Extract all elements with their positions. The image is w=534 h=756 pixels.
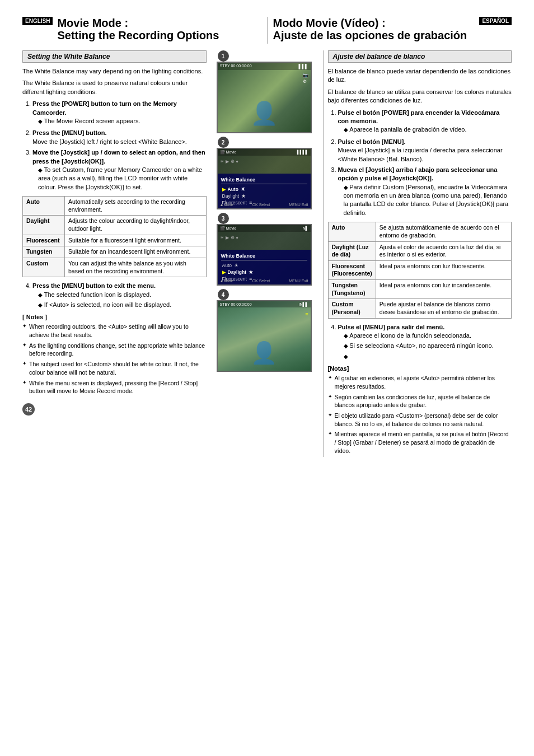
english-steps: Press the [POWER] button to turn on the … [22, 100, 207, 192]
spanish-step4-bullet3 [344, 352, 512, 361]
spanish-step1-bullet1: Aparece la pantalla de grabación de víde… [344, 125, 512, 134]
table-row: DaylightAdjusts the colour according to … [23, 216, 207, 235]
table-cell-label: Fluorescent (Fluorescente) [328, 260, 376, 279]
table-cell-label: Auto [23, 197, 65, 216]
screen-4-container: 4 STBY 00:00:00:00 IN▌▌ ≡ 👤 [217, 289, 317, 372]
camcorder-screen-1: STBY 00:00:00:00 ▌▌▌ 📷 ⚙ 👤 [217, 62, 312, 133]
spanish-step3-bullets: Para definir Custom (Personal), encuadre… [338, 183, 512, 218]
table-cell-label: Custom (Personal) [328, 299, 376, 318]
screen3-battery: N▌ [302, 226, 308, 231]
english-step1-text: Press the [POWER] button to turn on the … [32, 100, 177, 115]
english-table: AutoAutomatically sets according to the … [22, 196, 207, 277]
screen-2-container: 2 🎬 Movie ▌▌▌▌ ☀▶⚙♦ White Balance [217, 137, 317, 209]
table-cell-label: Tungsten (Tungsteno) [328, 280, 376, 299]
english-step4-list: Press the [MENU] button to exit the menu… [22, 282, 207, 309]
screen4-person: 👤 [251, 340, 277, 365]
screen-1-inner: STBY 00:00:00:00 ▌▌▌ 📷 ⚙ 👤 [218, 63, 311, 132]
screen-2-toolbar: ☀▶⚙♦ [220, 159, 238, 164]
english-step3-text: Move the [Joystick] up / down to select … [32, 149, 205, 164]
english-step-2: Press the [MENU] button. Move the [Joyst… [32, 129, 207, 146]
spanish-badge: ESPAÑOL [479, 17, 512, 25]
screen-3-top-icons: 🎬 Movie N▌ [218, 225, 311, 232]
english-step4-bullet1: The selected function icon is displayed. [38, 291, 207, 299]
list-item: Al grabar en exteriores, el ajuste <Auto… [328, 374, 512, 390]
header-left: ENGLISH Movie Mode : Setting the Recordi… [22, 17, 267, 44]
table-cell-desc: Ideal para entornos con luz incandescent… [376, 280, 511, 299]
screen4-battery: IN▌▌ [299, 302, 308, 306]
english-title-block: ENGLISH Movie Mode : Setting the Recordi… [22, 17, 261, 41]
table-row: TungstenSuitable for an incandescent lig… [23, 246, 207, 258]
table-cell-label: Fluorescent [23, 235, 65, 246]
spanish-step4-bullets: Aparece el icono de la función seleccion… [338, 332, 512, 361]
screen-4-inner: STBY 00:00:00:00 IN▌▌ ≡ 👤 [218, 301, 311, 371]
spanish-content: Ajuste del balance de blanco El balance … [323, 50, 512, 457]
english-title-line2: Setting the Recording Options [57, 29, 219, 41]
menu-item-auto: ▶Auto ☀ [221, 186, 307, 193]
spanish-step2-sub: Mueva el [Joystick] a la izquierda / der… [338, 147, 503, 162]
header-right: Modo Movie (Vídeo) : Ajuste de las opcio… [267, 17, 512, 44]
spanish-step-4: Pulse el [MENU] para salir del menú. Apa… [338, 323, 512, 361]
spanish-step4-bullet1: Aparece el icono de la función seleccion… [344, 332, 512, 340]
list-item: El objeto utilizado para <Custom> (perso… [328, 412, 512, 428]
table-row: AutoSe ajusta automáticamente de acuerdo… [328, 222, 512, 241]
table-row: Daylight (Luz de día)Ajusta el color de … [328, 241, 512, 260]
english-notes-list: When recording outdoors, the <Auto> sett… [22, 323, 207, 395]
spanish-notes-title: [Notas] [328, 365, 512, 372]
english-step1-bullets: The Movie Record screen appears. [32, 117, 207, 125]
screen-3-toolbar: ☀▶⚙♦ [220, 235, 238, 240]
screen2-label: 🎬 Movie [220, 150, 237, 155]
list-item: As the lighting conditions change, set t… [22, 342, 207, 358]
english-step2-text: Press the [MENU] button. [32, 129, 107, 136]
menu-item-auto2: Auto ☀ [221, 262, 307, 269]
screen-3-inner: 🎬 Movie N▌ ☀▶⚙♦ White Balance Auto ☀ ▶Da… [218, 225, 311, 284]
main-content: Setting the White Balance The White Bala… [22, 50, 512, 457]
spanish-options-table: AutoSe ajusta automáticamente de acuerdo… [328, 222, 512, 318]
list-item: The subject used for <Custom> should be … [22, 360, 207, 376]
table-cell-label: Custom [23, 258, 65, 277]
screenshots-column: 1 STBY 00:00:00:00 ▌▌▌ 📷 ⚙ 👤 [211, 50, 323, 457]
screen-2-menu-title: White Balance [221, 177, 307, 184]
camcorder-screen-3: 🎬 Movie N▌ ☀▶⚙♦ White Balance Auto ☀ ▶Da… [217, 224, 312, 286]
table-row: CustomYou can adjust the white balance a… [23, 258, 207, 277]
screen-2-badge: 2 [218, 137, 229, 148]
spanish-step2-text: Pulse el botón [MENU]. [338, 138, 406, 145]
table-cell-label: Daylight [23, 216, 65, 235]
table-cell-desc: Adjusts the colour according to daylight… [65, 216, 207, 235]
screen-1-icons: 📷 ⚙ [303, 73, 308, 84]
spanish-title-block: Modo Movie (Vídeo) : Ajuste de las opcio… [273, 17, 512, 41]
spanish-step-2: Pulse el botón [MENU]. Mueva el [Joystic… [338, 138, 512, 164]
english-step4-bullet2: If <Auto> is selected, no icon will be d… [38, 301, 207, 309]
list-item: Mientras aparece el menú en pantalla, si… [328, 430, 512, 455]
camcorder-screen-2: 🎬 Movie ▌▌▌▌ ☀▶⚙♦ White Balance ▶Auto ☀ … [217, 148, 312, 209]
list-item: While the menu screen is displayed, pres… [22, 379, 207, 395]
screen-2-inner: 🎬 Movie ▌▌▌▌ ☀▶⚙♦ White Balance ▶Auto ☀ … [218, 149, 311, 208]
spanish-step4-bullet2: Si se selecciona <Auto>, no aparecerá ni… [344, 342, 512, 350]
spanish-step-3: Mueva el [Joystick] arriba / abajo para … [338, 166, 512, 217]
table-cell-desc: Puede ajustar el balance de blancos como… [376, 299, 511, 318]
screen-1-container: 1 STBY 00:00:00:00 ▌▌▌ 📷 ⚙ 👤 [217, 50, 317, 133]
page: ENGLISH Movie Mode : Setting the Recordi… [0, 0, 534, 756]
table-cell-desc: Suitable for a fluorescent light environ… [65, 235, 207, 246]
screen-4-badge: 4 [218, 289, 229, 300]
spanish-subsection-title: Ajuste del balance de blanco [328, 50, 512, 63]
spanish-title-line1: Modo Movie (Vídeo) : [273, 17, 467, 29]
stby-label: STBY 00:00:00:00 [220, 64, 252, 69]
spanish-step1-bullets: Aparece la pantalla de grabación de víde… [338, 125, 512, 134]
english-step4-bullets: The selected function icon is displayed.… [32, 291, 207, 310]
table-row: AutoAutomatically sets according to the … [23, 197, 207, 216]
screen3-label: 🎬 Movie [220, 226, 237, 231]
screen-2-bottom: ▲MoveOK SelectMENU Exit [218, 203, 311, 207]
screen-3-menu-title: White Balance [221, 253, 307, 260]
battery-icon: ▌▌▌ [298, 64, 308, 69]
english-step-3: Move the [Joystick] up / down to select … [32, 148, 207, 192]
spanish-step4-text: Pulse el [MENU] para salir del menú. [338, 324, 445, 330]
english-subsection-title: Setting the White Balance [22, 50, 207, 63]
english-step-4: Press the [MENU] button to exit the menu… [32, 282, 207, 309]
person-silhouette: 👤 [250, 100, 278, 127]
english-step2-sub: Move the [Joystick] left / right to sele… [32, 138, 187, 145]
spanish-notes: [Notas] Al grabar en exteriores, el ajus… [328, 365, 512, 455]
screen4-fluorescent-icon: ≡ [305, 311, 308, 317]
camcorder-screen-4: STBY 00:00:00:00 IN▌▌ ≡ 👤 [217, 300, 312, 372]
spanish-step-1: Pulse el botón [POWER] para encender la … [338, 109, 512, 134]
spanish-step3-text: Mueva el [Joystick] arriba / abajo para … [338, 166, 498, 181]
